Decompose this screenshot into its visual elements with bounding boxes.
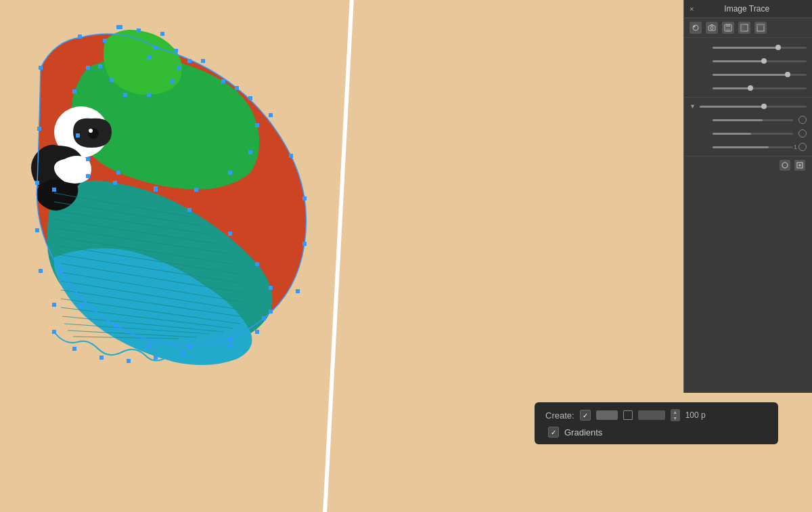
svg-rect-24 xyxy=(154,45,158,49)
save-icon[interactable] xyxy=(722,22,734,34)
slider-track-7[interactable] xyxy=(713,133,793,135)
svg-rect-32 xyxy=(262,316,266,320)
svg-point-2 xyxy=(89,129,93,133)
slider-track-2[interactable] xyxy=(713,60,807,62)
panel-bottom-icons-row xyxy=(684,158,812,172)
create-stepper[interactable]: ▲ ▼ xyxy=(671,409,680,421)
svg-rect-85 xyxy=(110,78,114,82)
slider-track-5[interactable] xyxy=(700,106,807,108)
create-square-shape xyxy=(623,410,633,420)
svg-rect-58 xyxy=(127,359,131,363)
svg-rect-65 xyxy=(221,79,225,83)
panel-row-circle-2 xyxy=(684,127,812,140)
slider-track-6[interactable] xyxy=(713,119,793,121)
panel-divider-2 xyxy=(684,156,812,156)
panel-row-circle-1 xyxy=(684,113,812,127)
create-label: Create: xyxy=(545,410,574,421)
svg-rect-77 xyxy=(116,25,120,29)
svg-rect-51 xyxy=(255,330,259,334)
svg-rect-21 xyxy=(39,66,43,70)
svg-rect-82 xyxy=(171,79,175,83)
panel-icons-row xyxy=(684,18,812,38)
create-bar: Create: ✓ ▲ ▼ 100 p ✓ Gradients xyxy=(535,402,778,444)
svg-rect-41 xyxy=(37,127,41,131)
svg-rect-73 xyxy=(86,157,90,161)
panel-row-3 xyxy=(684,68,812,81)
expand-arrow[interactable]: ▼ xyxy=(690,103,696,110)
svg-rect-102 xyxy=(726,28,730,31)
svg-rect-63 xyxy=(147,56,151,60)
left-parrot-svg xyxy=(0,0,338,512)
photo-icon[interactable] xyxy=(690,22,702,34)
circle-control-1[interactable] xyxy=(798,116,807,124)
svg-rect-50 xyxy=(269,310,273,314)
panel-square-btn[interactable] xyxy=(794,160,805,171)
panel-close-button[interactable]: × xyxy=(690,5,694,13)
svg-rect-22 xyxy=(78,35,82,39)
svg-rect-61 xyxy=(39,269,43,273)
svg-rect-48 xyxy=(255,262,259,266)
create-row-main: Create: ✓ ▲ ▼ 100 p xyxy=(545,409,767,421)
svg-rect-35 xyxy=(147,343,151,347)
panel-header: × Image Trace xyxy=(684,0,812,18)
create-value: 100 p xyxy=(685,410,706,420)
svg-rect-69 xyxy=(228,171,232,175)
svg-rect-56 xyxy=(72,347,76,351)
svg-rect-59 xyxy=(154,356,158,360)
svg-rect-55 xyxy=(52,303,56,307)
svg-rect-67 xyxy=(255,123,259,127)
circle-control-2[interactable] xyxy=(798,129,807,137)
svg-rect-79 xyxy=(160,32,164,36)
create-rect-shape xyxy=(596,410,618,420)
panel-row-1 xyxy=(684,41,812,54)
svg-point-107 xyxy=(782,163,788,168)
svg-rect-46 xyxy=(187,208,191,212)
slider-track-3[interactable] xyxy=(713,74,807,76)
create-checkbox-1[interactable]: ✓ xyxy=(580,410,591,421)
svg-rect-64 xyxy=(187,59,191,63)
svg-rect-57 xyxy=(99,356,104,360)
view-icon[interactable] xyxy=(738,22,750,34)
stepper-down-button[interactable]: ▼ xyxy=(671,415,680,421)
svg-rect-70 xyxy=(194,188,198,192)
svg-rect-26 xyxy=(235,86,239,90)
svg-rect-104 xyxy=(741,24,744,31)
svg-rect-84 xyxy=(123,93,127,97)
svg-rect-60 xyxy=(181,352,185,356)
svg-rect-30 xyxy=(302,242,307,246)
panel-circle-btn[interactable] xyxy=(780,160,790,171)
image-trace-panel: × Image Trace xyxy=(683,0,812,393)
svg-rect-62 xyxy=(86,66,90,70)
left-parrot-area xyxy=(0,0,338,512)
svg-rect-42 xyxy=(52,188,56,192)
svg-rect-49 xyxy=(269,286,273,290)
svg-rect-83 xyxy=(147,93,151,97)
panel-title: Image Trace xyxy=(724,4,769,14)
svg-rect-106 xyxy=(757,24,764,26)
svg-rect-39 xyxy=(35,228,39,232)
options-icon[interactable] xyxy=(754,22,767,34)
panel-row-arrow: ▼ xyxy=(684,100,812,113)
svg-rect-54 xyxy=(52,330,56,334)
svg-rect-53 xyxy=(187,345,191,349)
slider-track-4[interactable] xyxy=(713,87,807,89)
stepper-up-button[interactable]: ▲ xyxy=(671,409,680,415)
svg-rect-101 xyxy=(726,24,730,27)
svg-rect-36 xyxy=(113,323,117,327)
svg-rect-76 xyxy=(103,39,107,43)
svg-rect-109 xyxy=(799,165,801,167)
svg-point-97 xyxy=(694,26,696,28)
slider-track-8[interactable] xyxy=(713,146,793,148)
panel-body: ▼ xyxy=(684,38,812,175)
slider-track-1[interactable] xyxy=(713,47,807,49)
svg-rect-78 xyxy=(137,28,141,33)
camera-icon[interactable] xyxy=(706,22,718,34)
panel-divider-1 xyxy=(684,97,812,98)
svg-rect-68 xyxy=(248,150,252,154)
circle-control-3[interactable] xyxy=(798,143,807,151)
svg-rect-44 xyxy=(113,181,117,185)
svg-rect-43 xyxy=(86,174,90,178)
gradients-checkbox[interactable]: ✓ xyxy=(548,427,559,438)
svg-rect-27 xyxy=(269,113,273,117)
gradients-row: ✓ Gradients xyxy=(545,427,767,438)
